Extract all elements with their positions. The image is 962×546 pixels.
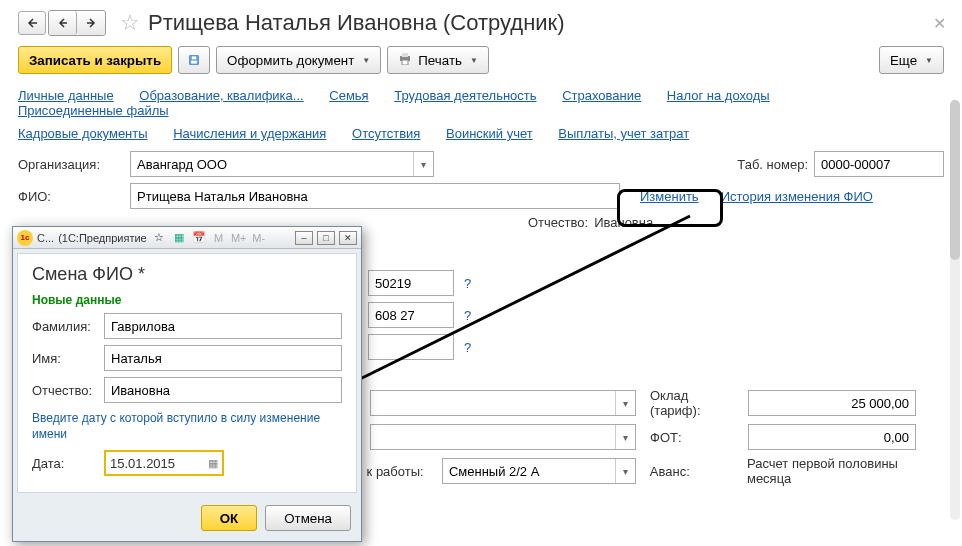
surname-label: Фамилия: [32, 319, 104, 334]
blank-input-2[interactable] [370, 424, 636, 450]
help-icon-1[interactable]: ? [464, 276, 471, 291]
m-plus-icon[interactable]: M+ [231, 230, 247, 246]
patr-label: Отчество: [32, 383, 104, 398]
date-input[interactable]: 15.01.2015 ▦ [104, 450, 224, 476]
m-icon[interactable]: M [211, 230, 227, 246]
help-icon-3[interactable]: ? [464, 340, 471, 355]
calendar-icon[interactable]: 📅 [191, 230, 207, 246]
name-input[interactable] [104, 345, 342, 371]
fio-input[interactable] [130, 183, 620, 209]
modal-titlebar[interactable]: 1c С... (1С:Предприятие ☆ ▦ 📅 M M+ M- – … [13, 227, 361, 249]
blank-input-1[interactable] [370, 390, 636, 416]
schedule-input[interactable] [442, 458, 636, 484]
tab-absence[interactable]: Отсутствия [352, 126, 420, 141]
avans-value: Расчет первой половины месяца [747, 456, 944, 486]
tab-work[interactable]: Трудовая деятельность [394, 88, 536, 103]
tab-education[interactable]: Образование, квалифика... [139, 88, 303, 103]
grid-icon[interactable]: ▦ [171, 230, 187, 246]
tab-family[interactable]: Семья [329, 88, 368, 103]
field2-input[interactable] [368, 302, 454, 328]
tab-military[interactable]: Воинский учет [446, 126, 533, 141]
fio-label: ФИО: [18, 189, 130, 204]
svg-rect-4 [402, 53, 408, 57]
tab-payroll[interactable]: Начисления и удержания [173, 126, 326, 141]
picker-icon-1[interactable]: ▾ [615, 391, 635, 415]
save-close-button[interactable]: Записать и закрыть [18, 46, 172, 74]
scrollbar-thumb[interactable] [950, 100, 960, 260]
patronymic-label: Отчество: [528, 215, 588, 230]
nav-back-icon[interactable] [18, 11, 46, 35]
star-small-icon[interactable]: ☆ [151, 230, 167, 246]
tabnum-input[interactable] [814, 151, 944, 177]
svg-rect-5 [402, 60, 408, 65]
nav-left-icon[interactable] [49, 11, 77, 35]
org-picker-icon[interactable]: ▾ [413, 152, 433, 176]
patr-input[interactable] [104, 377, 342, 403]
tabnum-label: Таб. номер: [737, 157, 808, 172]
patronymic-value: Ивановна [594, 215, 653, 230]
picker-icon-2[interactable]: ▾ [615, 425, 635, 449]
page-title: Ртищева Наталья Ивановна (Сотрудник) [148, 10, 565, 36]
field3-input[interactable] [368, 334, 454, 360]
svg-rect-2 [192, 56, 196, 59]
cancel-button[interactable]: Отмена [265, 505, 351, 531]
change-link[interactable]: Изменить [640, 189, 699, 204]
modal-heading: Смена ФИО * [32, 264, 342, 285]
surname-input[interactable] [104, 313, 342, 339]
modal-section: Новые данные [32, 293, 342, 307]
modal-title-app: (1С:Предприятие [58, 232, 147, 244]
favorite-star-icon[interactable]: ☆ [120, 10, 140, 36]
tab-files[interactable]: Присоединенные файлы [18, 103, 169, 118]
tab-personal[interactable]: Личные данные [18, 88, 114, 103]
calendar-picker-icon[interactable]: ▦ [208, 457, 218, 470]
ok-button[interactable]: ОК [201, 505, 258, 531]
tab-tax[interactable]: Налог на доходы [667, 88, 770, 103]
org-label: Организация: [18, 157, 130, 172]
nav-right-icon[interactable] [77, 11, 105, 35]
save-button[interactable] [178, 46, 210, 74]
maximize-icon[interactable]: □ [317, 231, 335, 245]
minimize-icon[interactable]: – [295, 231, 313, 245]
oklad-input[interactable] [748, 390, 916, 416]
more-button[interactable]: Еще [879, 46, 944, 74]
fot-input[interactable] [748, 424, 916, 450]
oklad-label: Оклад (тариф): [650, 388, 742, 418]
svg-rect-1 [191, 61, 197, 64]
scrollbar[interactable] [950, 100, 960, 520]
tabs-row-1: Личные данные Образование, квалифика... … [18, 84, 944, 122]
avans-label: Аванс: [650, 464, 741, 479]
tabs-row-2: Кадровые документы Начисления и удержани… [18, 122, 944, 145]
help-icon-2[interactable]: ? [464, 308, 471, 323]
close-modal-icon[interactable]: ✕ [339, 231, 357, 245]
tab-hr-docs[interactable]: Кадровые документы [18, 126, 148, 141]
tab-insurance[interactable]: Страхование [562, 88, 641, 103]
modal-title-short: С... [37, 232, 54, 244]
modal-hint: Введите дату с которой вступило в силу и… [32, 411, 342, 442]
org-input[interactable] [130, 151, 434, 177]
schedule-picker-icon[interactable]: ▾ [615, 459, 635, 483]
app-1c-icon: 1c [17, 230, 33, 246]
field1-input[interactable] [368, 270, 454, 296]
schedule-label: к работы: [367, 464, 436, 479]
history-link[interactable]: История изменения ФИО [721, 189, 873, 204]
nav-arrow-group [48, 10, 106, 36]
tab-payments[interactable]: Выплаты, учет затрат [558, 126, 689, 141]
date-label: Дата: [32, 456, 104, 471]
printer-icon [398, 53, 412, 68]
rename-modal: 1c С... (1С:Предприятие ☆ ▦ 📅 M M+ M- – … [12, 226, 362, 542]
close-icon[interactable]: ✕ [933, 14, 946, 33]
print-button[interactable]: Печать [387, 46, 489, 74]
name-label: Имя: [32, 351, 104, 366]
make-document-button[interactable]: Оформить документ [216, 46, 381, 74]
m-minus-icon[interactable]: M- [251, 230, 267, 246]
fot-label: ФОТ: [650, 430, 742, 445]
